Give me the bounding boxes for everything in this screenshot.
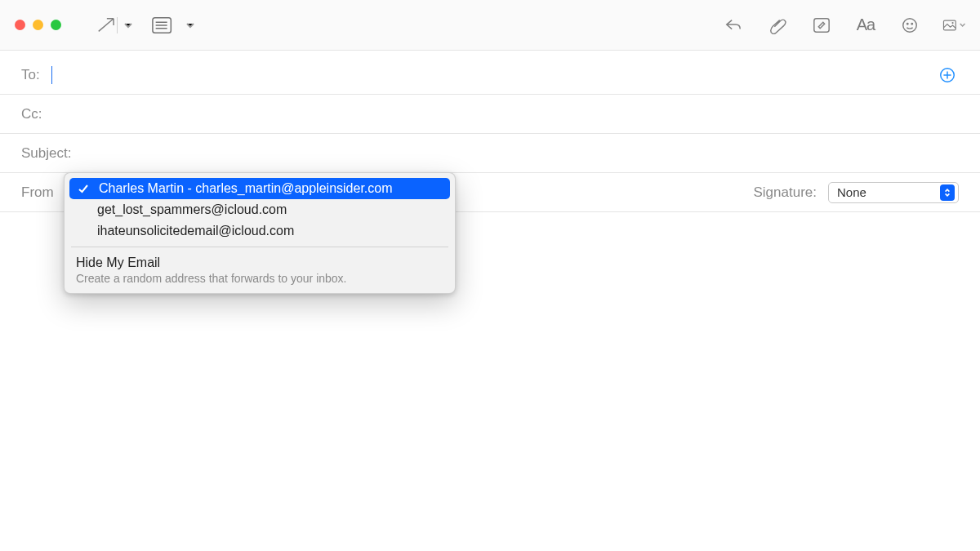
header-fields-chevron-icon[interactable] — [186, 18, 194, 33]
signature-select[interactable]: None — [828, 182, 959, 203]
font-format-icon[interactable]: Aa — [854, 14, 877, 37]
svg-point-7 — [911, 23, 912, 24]
svg-point-6 — [907, 23, 908, 24]
from-label: From — [21, 184, 54, 201]
media-browser-icon[interactable] — [942, 14, 965, 37]
minimize-window-button[interactable] — [33, 20, 43, 30]
signature-label: Signature: — [754, 184, 817, 201]
from-option-label: Charles Martin - charles_martin@appleins… — [99, 181, 393, 196]
cc-label: Cc: — [21, 106, 42, 122]
menu-separator — [71, 247, 448, 247]
window-controls — [15, 20, 61, 30]
hide-my-email-item[interactable]: Hide My Email — [69, 252, 450, 270]
subject-input[interactable] — [81, 145, 959, 162]
checkmark-icon — [76, 183, 91, 194]
compose-toolbar: Aa — [0, 0, 980, 51]
svg-point-5 — [903, 18, 917, 32]
emoji-icon[interactable] — [898, 14, 921, 37]
to-label: To: — [21, 67, 40, 83]
cc-input[interactable] — [52, 106, 960, 122]
from-option-label: ihateunsolicitedemail@icloud.com — [97, 224, 294, 238]
close-window-button[interactable] — [15, 20, 25, 30]
markup-icon[interactable] — [810, 14, 833, 37]
hide-my-email-subtitle: Create a random address that forwards to… — [69, 270, 450, 288]
from-option-0[interactable]: Charles Martin - charles_martin@appleins… — [69, 178, 450, 199]
subject-label: Subject: — [21, 145, 71, 162]
signature-value: None — [837, 185, 866, 199]
subject-row[interactable]: Subject: — [0, 134, 980, 173]
to-row[interactable]: To: — [0, 56, 980, 95]
hide-my-email-title: Hide My Email — [76, 256, 160, 269]
svg-point-9 — [951, 21, 953, 23]
reply-icon[interactable] — [722, 14, 745, 37]
cc-row[interactable]: Cc: — [0, 95, 980, 134]
svg-rect-4 — [814, 18, 829, 32]
to-input[interactable] — [52, 67, 936, 83]
send-icon[interactable] — [94, 14, 117, 37]
from-option-label: get_lost_spammers@icloud.com — [97, 202, 287, 217]
add-recipient-icon[interactable] — [936, 64, 959, 87]
send-options-chevron-icon[interactable] — [121, 18, 140, 33]
from-option-1[interactable]: get_lost_spammers@icloud.com — [69, 199, 450, 220]
select-stepper-icon — [940, 184, 955, 201]
from-account-dropdown: Charles Martin - charles_martin@appleins… — [64, 172, 456, 294]
header-fields-icon[interactable] — [152, 16, 175, 34]
toolbar-separator — [117, 17, 118, 33]
paperclip-icon[interactable] — [766, 14, 789, 37]
zoom-window-button[interactable] — [51, 20, 61, 30]
from-option-2[interactable]: ihateunsolicitedemail@icloud.com — [69, 220, 450, 242]
